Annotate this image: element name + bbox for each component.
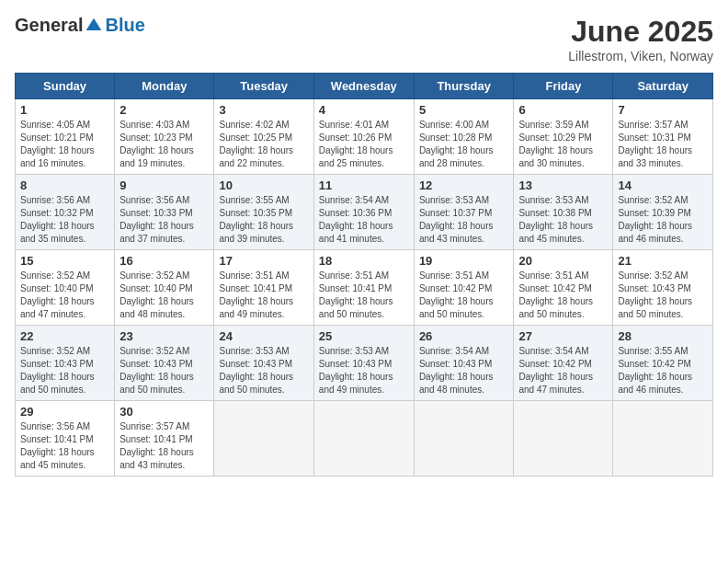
day-number: 30 [119, 405, 209, 419]
day-number: 19 [419, 254, 509, 268]
day-of-week-header: Tuesday [214, 74, 313, 99]
calendar-day-cell: 26 Sunrise: 3:54 AM Sunset: 10:43 PM Day… [414, 326, 514, 401]
day-info: Sunrise: 3:54 AM Sunset: 10:42 PM Daylig… [518, 345, 608, 396]
day-number: 29 [20, 405, 109, 419]
day-info: Sunrise: 3:52 AM Sunset: 10:43 PM Daylig… [20, 345, 109, 396]
day-number: 1 [20, 103, 109, 117]
day-number: 22 [20, 329, 109, 343]
location-subtitle: Lillestrom, Viken, Norway [568, 49, 713, 63]
day-info: Sunrise: 3:51 AM Sunset: 10:42 PM Daylig… [518, 270, 608, 321]
day-info: Sunrise: 3:59 AM Sunset: 10:29 PM Daylig… [518, 119, 608, 170]
day-info: Sunrise: 3:55 AM Sunset: 10:35 PM Daylig… [219, 194, 308, 246]
day-info: Sunrise: 3:56 AM Sunset: 10:33 PM Daylig… [119, 194, 209, 246]
calendar-day-cell: 29 Sunrise: 3:56 AM Sunset: 10:41 PM Day… [16, 401, 115, 477]
day-number: 21 [618, 254, 708, 268]
svg-marker-0 [86, 17, 102, 29]
calendar-day-cell: 16 Sunrise: 3:52 AM Sunset: 10:40 PM Day… [115, 250, 214, 326]
day-info: Sunrise: 4:02 AM Sunset: 10:25 PM Daylig… [219, 119, 308, 170]
day-number: 12 [419, 178, 509, 192]
day-info: Sunrise: 3:52 AM Sunset: 10:43 PM Daylig… [119, 345, 209, 396]
day-info: Sunrise: 3:53 AM Sunset: 10:38 PM Daylig… [518, 194, 608, 246]
day-info: Sunrise: 3:52 AM Sunset: 10:40 PM Daylig… [119, 270, 209, 321]
day-info: Sunrise: 3:53 AM Sunset: 10:43 PM Daylig… [319, 345, 409, 396]
calendar-day-cell: 18 Sunrise: 3:51 AM Sunset: 10:41 PM Day… [313, 250, 414, 326]
day-info: Sunrise: 3:54 AM Sunset: 10:36 PM Daylig… [319, 194, 409, 246]
calendar-day-cell: 17 Sunrise: 3:51 AM Sunset: 10:41 PM Day… [214, 250, 313, 326]
day-info: Sunrise: 4:00 AM Sunset: 10:28 PM Daylig… [419, 119, 509, 170]
day-of-week-header: Wednesday [313, 74, 414, 99]
day-number: 16 [119, 254, 209, 268]
logo-blue-text: Blue [105, 15, 144, 36]
day-number: 7 [618, 103, 708, 117]
day-info: Sunrise: 3:52 AM Sunset: 10:39 PM Daylig… [618, 194, 708, 246]
day-info: Sunrise: 3:52 AM Sunset: 10:40 PM Daylig… [20, 270, 109, 321]
calendar-day-cell [514, 401, 613, 477]
calendar-day-cell: 22 Sunrise: 3:52 AM Sunset: 10:43 PM Day… [16, 326, 115, 401]
day-info: Sunrise: 3:57 AM Sunset: 10:31 PM Daylig… [618, 119, 708, 170]
day-info: Sunrise: 3:56 AM Sunset: 10:32 PM Daylig… [20, 194, 109, 246]
calendar-day-cell: 14 Sunrise: 3:52 AM Sunset: 10:39 PM Day… [613, 175, 713, 250]
calendar-day-cell [414, 401, 514, 477]
calendar-day-cell: 5 Sunrise: 4:00 AM Sunset: 10:28 PM Dayl… [414, 99, 514, 175]
day-info: Sunrise: 3:53 AM Sunset: 10:37 PM Daylig… [419, 194, 509, 246]
calendar-day-cell: 2 Sunrise: 4:03 AM Sunset: 10:23 PM Dayl… [115, 99, 214, 175]
day-info: Sunrise: 3:51 AM Sunset: 10:42 PM Daylig… [419, 270, 509, 321]
calendar-day-cell: 30 Sunrise: 3:57 AM Sunset: 10:41 PM Day… [115, 401, 214, 477]
calendar-week-row: 8 Sunrise: 3:56 AM Sunset: 10:32 PM Dayl… [16, 175, 713, 250]
day-number: 27 [518, 329, 608, 343]
calendar-day-cell: 28 Sunrise: 3:55 AM Sunset: 10:42 PM Day… [613, 326, 713, 401]
calendar-day-cell: 24 Sunrise: 3:53 AM Sunset: 10:43 PM Day… [214, 326, 313, 401]
day-number: 3 [219, 103, 308, 117]
calendar-day-cell: 11 Sunrise: 3:54 AM Sunset: 10:36 PM Day… [313, 175, 414, 250]
day-number: 25 [319, 329, 409, 343]
day-number: 26 [419, 329, 509, 343]
title-area: June 2025 Lillestrom, Viken, Norway [568, 15, 713, 63]
day-number: 23 [119, 329, 209, 343]
day-number: 5 [419, 103, 509, 117]
calendar-week-row: 22 Sunrise: 3:52 AM Sunset: 10:43 PM Day… [16, 326, 713, 401]
day-info: Sunrise: 3:55 AM Sunset: 10:42 PM Daylig… [618, 345, 708, 396]
calendar-header-row: SundayMondayTuesdayWednesdayThursdayFrid… [16, 74, 713, 99]
calendar-day-cell [313, 401, 414, 477]
calendar-table: SundayMondayTuesdayWednesdayThursdayFrid… [15, 73, 713, 477]
calendar-day-cell: 25 Sunrise: 3:53 AM Sunset: 10:43 PM Day… [313, 326, 414, 401]
calendar-day-cell: 7 Sunrise: 3:57 AM Sunset: 10:31 PM Dayl… [613, 99, 713, 175]
day-info: Sunrise: 4:03 AM Sunset: 10:23 PM Daylig… [119, 119, 209, 170]
day-info: Sunrise: 3:57 AM Sunset: 10:41 PM Daylig… [119, 420, 209, 472]
calendar-day-cell: 1 Sunrise: 4:05 AM Sunset: 10:21 PM Dayl… [16, 99, 115, 175]
day-number: 17 [219, 254, 308, 268]
calendar-day-cell: 21 Sunrise: 3:52 AM Sunset: 10:43 PM Day… [613, 250, 713, 326]
calendar-day-cell: 15 Sunrise: 3:52 AM Sunset: 10:40 PM Day… [16, 250, 115, 326]
month-title: June 2025 [568, 15, 713, 49]
day-number: 15 [20, 254, 109, 268]
day-number: 10 [219, 178, 308, 192]
calendar-day-cell: 10 Sunrise: 3:55 AM Sunset: 10:35 PM Day… [214, 175, 313, 250]
calendar-day-cell: 23 Sunrise: 3:52 AM Sunset: 10:43 PM Day… [115, 326, 214, 401]
day-number: 8 [20, 178, 109, 192]
calendar-day-cell: 20 Sunrise: 3:51 AM Sunset: 10:42 PM Day… [514, 250, 613, 326]
calendar-day-cell: 27 Sunrise: 3:54 AM Sunset: 10:42 PM Day… [514, 326, 613, 401]
calendar-day-cell: 3 Sunrise: 4:02 AM Sunset: 10:25 PM Dayl… [214, 99, 313, 175]
day-of-week-header: Thursday [414, 74, 514, 99]
day-info: Sunrise: 3:52 AM Sunset: 10:43 PM Daylig… [618, 270, 708, 321]
day-of-week-header: Saturday [613, 74, 713, 99]
calendar-day-cell: 4 Sunrise: 4:01 AM Sunset: 10:26 PM Dayl… [313, 99, 414, 175]
day-number: 24 [219, 329, 308, 343]
calendar-week-row: 1 Sunrise: 4:05 AM Sunset: 10:21 PM Dayl… [16, 99, 713, 175]
calendar-day-cell: 6 Sunrise: 3:59 AM Sunset: 10:29 PM Dayl… [514, 99, 613, 175]
calendar-day-cell: 8 Sunrise: 3:56 AM Sunset: 10:32 PM Dayl… [16, 175, 115, 250]
day-info: Sunrise: 4:01 AM Sunset: 10:26 PM Daylig… [319, 119, 409, 170]
day-info: Sunrise: 4:05 AM Sunset: 10:21 PM Daylig… [20, 119, 109, 170]
logo-icon [85, 17, 103, 35]
day-info: Sunrise: 3:56 AM Sunset: 10:41 PM Daylig… [20, 420, 109, 472]
calendar-week-row: 29 Sunrise: 3:56 AM Sunset: 10:41 PM Day… [16, 401, 713, 477]
day-of-week-header: Monday [115, 74, 214, 99]
calendar-day-cell: 19 Sunrise: 3:51 AM Sunset: 10:42 PM Day… [414, 250, 514, 326]
day-number: 14 [618, 178, 708, 192]
day-of-week-header: Friday [514, 74, 613, 99]
logo: General Blue [15, 15, 145, 36]
calendar-day-cell: 12 Sunrise: 3:53 AM Sunset: 10:37 PM Day… [414, 175, 514, 250]
day-number: 13 [518, 178, 608, 192]
calendar-week-row: 15 Sunrise: 3:52 AM Sunset: 10:40 PM Day… [16, 250, 713, 326]
day-number: 2 [119, 103, 209, 117]
